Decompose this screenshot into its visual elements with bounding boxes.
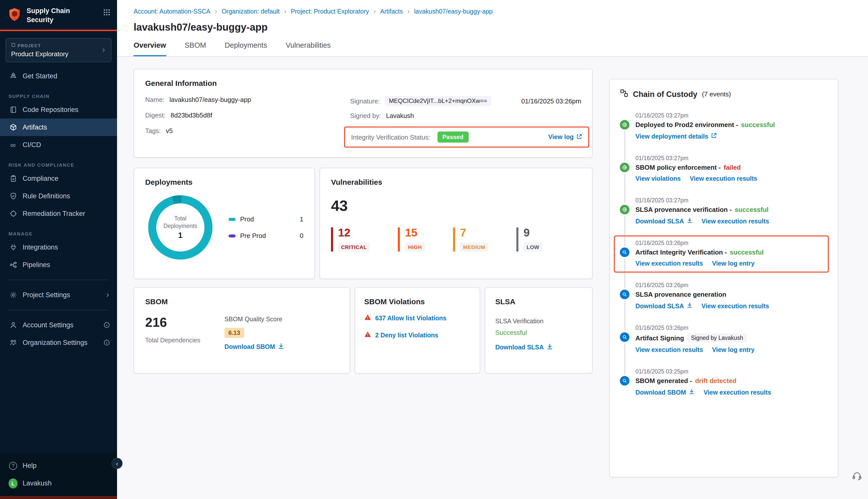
tab-deployments[interactable]: Deployments [225, 41, 267, 56]
signed-by-row: Signed by: Lavakush [350, 112, 581, 120]
deny-list-violations-link[interactable]: 2 Deny list Violations [375, 332, 438, 339]
sbom-card: SBOM 216 Total Dependencies SBOM Quality… [134, 287, 350, 374]
view-execution-results-link[interactable]: View execution results [701, 217, 769, 225]
severity-count: 7 [460, 228, 489, 239]
shield-logo-icon [7, 7, 22, 24]
signature-value: MEQCICde2VjIT...bL+2+mqnOXw== [385, 96, 491, 106]
sidebar-item-rule-definitions[interactable]: Rule Definitions [0, 187, 117, 205]
view-execution-results-link[interactable]: View execution results [636, 346, 703, 353]
sidebar-item-account-settings[interactable]: Account Settings [0, 316, 117, 334]
sidebar-item-remediation-tracker[interactable]: Remediation Tracker [0, 205, 117, 222]
sidebar-item-label: Project Settings [23, 291, 70, 299]
support-headset-icon[interactable] [852, 471, 862, 483]
download-slsa-link[interactable]: Download SLSA [636, 217, 692, 225]
severity-badge: HIGH [405, 242, 425, 252]
integrity-label: Integrity Verification Status: [351, 133, 430, 141]
sidebar-item-project-settings[interactable]: Project Settings [0, 286, 117, 304]
download-sbom-link[interactable]: Download SBOM [636, 389, 695, 396]
row-sbom-slsa: SBOM 216 Total Dependencies SBOM Quality… [134, 287, 593, 374]
user-menu[interactable]: L Lavakush [0, 474, 117, 492]
breadcrumb-artifacts[interactable]: Artifacts [380, 8, 403, 15]
view-execution-results-link[interactable]: View execution results [703, 389, 771, 396]
tags-label: Tags: [145, 127, 161, 135]
external-link-icon [576, 133, 582, 141]
clipboard-icon [9, 175, 17, 182]
nav-section-manage: MANAGE [9, 231, 117, 236]
tab-sbom[interactable]: SBOM [184, 41, 206, 56]
event-title-row: Deployed to Prod2 environment - successf… [636, 121, 828, 129]
download-icon [688, 389, 695, 396]
target-icon [9, 210, 17, 217]
help-button[interactable]: ? Help [0, 457, 117, 474]
severity-medium: 7 MEDIUM [453, 228, 489, 252]
event-search-icon [620, 290, 629, 299]
breadcrumb-current[interactable]: lavakush07/easy-buggy-app [414, 8, 493, 15]
event-title: SBOM policy enforcement - [636, 164, 721, 171]
view-execution-results-link[interactable]: View execution results [636, 260, 703, 267]
signed-by-label: Signed by: [350, 112, 381, 120]
cube-icon [9, 123, 17, 131]
nav-section-risk: RISK AND COMPLIANCE [9, 162, 117, 168]
project-selector[interactable]: PROJECT Product Exploratory [5, 38, 111, 62]
event-timestamp: 01/16/2025 03:27pm [636, 197, 828, 203]
event-title-row: SBOM generated - drift detected [636, 377, 828, 385]
view-violations-link[interactable]: View violations [636, 175, 680, 182]
sidebar-collapse-handle[interactable]: ‹ [111, 458, 123, 469]
event-links: Download SBOM View execution results [636, 389, 828, 396]
breadcrumb-project[interactable]: Project: Product Exploratory [291, 8, 369, 15]
gear-icon [9, 291, 17, 299]
sidebar-item-code-repositories[interactable]: Code Repositories [0, 101, 117, 119]
chain-of-custody-timeline: 01/16/2025 03:27pm Deployed to Prod2 env… [620, 112, 828, 396]
event-links: View violations View execution results [636, 175, 828, 182]
download-slsa-link[interactable]: Download SLSA [495, 343, 553, 351]
divider [8, 280, 109, 280]
project-selector-text: PROJECT Product Exploratory [11, 43, 101, 58]
event-search-icon [620, 376, 629, 386]
breadcrumb-account[interactable]: Account: Automation-SSCA [134, 8, 210, 15]
view-log-entry-link[interactable]: View log entry [712, 260, 755, 267]
general-info-grid: Name: lavakush07/easy-buggy-app Digest: … [145, 96, 581, 148]
view-deployment-details-link[interactable]: View deployment details [636, 133, 717, 140]
card-title: SBOM [145, 297, 339, 306]
event-timestamp: 01/16/2025 03:25pm [636, 368, 828, 375]
card-title: SBOM Violations [364, 297, 471, 306]
sidebar-item-organization-settings[interactable]: Organization Settings [0, 334, 117, 351]
sidebar-item-compliance[interactable]: Compliance [0, 170, 117, 187]
legend-marker-prod [229, 218, 236, 221]
download-slsa-link[interactable]: Download SLSA [636, 302, 692, 310]
download-sbom-link[interactable]: Download SBOM [225, 343, 284, 351]
card-title: SLSA [495, 297, 582, 306]
rocket-icon [9, 72, 17, 80]
legend-label: Pre Prod [240, 232, 266, 240]
download-sbom-label: Download SBOM [225, 343, 275, 350]
view-execution-results-link[interactable]: View execution results [701, 302, 769, 310]
download-icon [278, 343, 284, 351]
chevron-right-icon [101, 46, 106, 55]
tab-vulnerabilities[interactable]: Vulnerabilities [286, 41, 331, 56]
infinity-icon: ∞ [9, 141, 17, 149]
allow-list-violations-link[interactable]: 637 Allow list Violations [375, 315, 446, 322]
view-log-entry-link[interactable]: View log entry [712, 346, 755, 353]
sidebar-item-get-started[interactable]: Get Started [0, 67, 117, 85]
breadcrumb-separator [284, 8, 286, 15]
breadcrumb-organization[interactable]: Organization: default [221, 8, 279, 15]
view-log-link[interactable]: View log [548, 133, 582, 141]
sidebar-item-pipelines[interactable]: Pipelines [0, 256, 117, 273]
view-execution-results-link[interactable]: View execution results [690, 175, 757, 182]
tab-overview[interactable]: Overview [134, 41, 166, 56]
breadcrumb-separator [215, 8, 217, 15]
sbom-total: 216 [145, 316, 201, 329]
event-timestamp: 01/16/2025 03:27pm [636, 112, 828, 119]
sidebar-item-integrations[interactable]: Integrations [0, 239, 117, 256]
event-title: SLSA provenance verification - [636, 206, 732, 214]
account-icon [9, 321, 17, 329]
name-label: Name: [145, 96, 165, 104]
integrity-status-badge: Passed [437, 132, 468, 143]
signature-row: Signature: MEQCICde2VjIT...bL+2+mqnOXw==… [350, 96, 581, 106]
timeline-event-sbom-generated: 01/16/2025 03:25pm SBOM generated - drif… [620, 368, 828, 396]
apps-grid-icon[interactable] [103, 9, 110, 18]
sidebar-item-cicd[interactable]: ∞ CI/CD [0, 136, 117, 154]
sidebar-item-label: Artifacts [23, 123, 47, 131]
sidebar-item-artifacts[interactable]: Artifacts [0, 119, 117, 136]
deployments-card: Deployments Total Deployments 1 [134, 168, 315, 279]
